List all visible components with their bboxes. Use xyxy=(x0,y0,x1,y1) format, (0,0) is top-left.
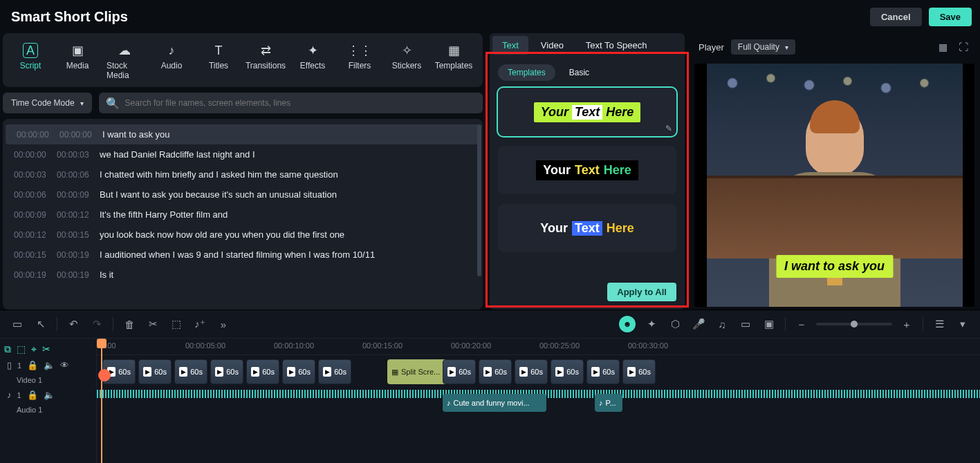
ai-badge-icon[interactable]: ☻ xyxy=(619,316,636,332)
video-clip[interactable]: ▶60s xyxy=(586,359,620,384)
device-icon[interactable]: ▭ xyxy=(738,316,753,332)
eye-icon[interactable]: 👁 xyxy=(60,360,69,370)
video-track-label: Video 1 xyxy=(4,373,92,387)
video-clip[interactable]: ▶60s xyxy=(246,359,279,384)
video-clip[interactable]: ▶60s xyxy=(282,359,315,384)
video-clip[interactable]: ▶60s xyxy=(138,359,172,384)
tpl-word: Here xyxy=(607,221,634,236)
media-tab-effects[interactable]: ✦Effects xyxy=(289,40,336,83)
clip-label: 60s xyxy=(190,368,203,376)
cut-icon[interactable]: ✂ xyxy=(145,316,160,332)
quality-select[interactable]: Full Quality ▾ xyxy=(731,39,795,55)
media-tab-transitions[interactable]: ⇄Transitions xyxy=(242,40,289,83)
text-template-3[interactable]: Your Text Here xyxy=(498,204,676,252)
tpl-word: Text xyxy=(572,105,602,120)
media-tab-media[interactable]: ▣Media xyxy=(54,40,101,83)
zoom-in-icon[interactable]: + xyxy=(899,316,914,332)
select-tool-icon[interactable]: ▭ xyxy=(10,316,25,332)
panel-tab-tts[interactable]: Text To Speech xyxy=(576,36,657,55)
timecode-end: 00:00:19 xyxy=(57,270,93,280)
chevron-down-icon[interactable]: ▾ xyxy=(955,316,970,332)
script-row[interactable]: 00:00:0000:00:00I want to ask you xyxy=(6,124,480,144)
video-clip[interactable]: ▶60s xyxy=(210,359,243,384)
more-icon[interactable]: » xyxy=(216,316,231,332)
audio-track-header[interactable]: ♪ 1 🔒 🔈 xyxy=(4,387,92,403)
titles-icon: T xyxy=(211,43,226,58)
script-row[interactable]: 00:00:1200:00:15you look back now how ol… xyxy=(3,225,483,245)
apply-to-all-button[interactable]: Apply to All xyxy=(607,283,676,301)
panel-tab-text[interactable]: Text xyxy=(492,36,528,55)
script-row[interactable]: 00:00:1900:00:19Is it xyxy=(3,265,483,285)
grid-icon[interactable]: ▦ xyxy=(936,40,950,54)
tpl-word: Your xyxy=(543,163,571,178)
chain-icon[interactable]: ⬚ xyxy=(17,343,26,355)
redo-icon[interactable]: ↷ xyxy=(89,316,104,332)
script-row[interactable]: 00:00:0000:00:03we had Daniel Radcliffe … xyxy=(3,144,483,164)
edit-icon[interactable]: ✎ xyxy=(665,124,672,133)
cancel-button[interactable]: Cancel xyxy=(870,8,922,26)
script-line-text: you look back now how old are you when y… xyxy=(100,229,344,240)
search-input[interactable] xyxy=(125,93,476,113)
video-clip[interactable]: ▶60s xyxy=(174,359,207,384)
media-tab-label: Stock Media xyxy=(107,61,142,80)
video-clip[interactable]: ▶60s xyxy=(515,359,548,384)
link-icon[interactable]: ⧉ xyxy=(4,343,11,355)
video-clip[interactable]: ▶60s xyxy=(318,359,351,384)
sparkle-icon[interactable]: ✦ xyxy=(644,316,659,332)
list-icon[interactable]: ☰ xyxy=(932,316,947,332)
magnet-icon[interactable]: ⌖ xyxy=(31,343,37,355)
audio-clip[interactable]: ♪Cute and funny movi... xyxy=(443,394,546,412)
zoom-slider[interactable] xyxy=(816,323,892,325)
media-tab-stickers[interactable]: ✧Stickers xyxy=(383,40,430,83)
panel-tab-video[interactable]: Video xyxy=(531,36,573,55)
media-tab-templates[interactable]: ▦Templates xyxy=(430,40,477,83)
video-clip[interactable]: ▶60s xyxy=(443,359,476,384)
expand-icon[interactable]: ⛶ xyxy=(956,40,970,54)
video-clip[interactable]: ▶60s xyxy=(551,359,584,384)
sub-tab-templates[interactable]: Templates xyxy=(498,64,555,81)
frame-icon[interactable]: ▣ xyxy=(761,316,777,332)
mute-icon[interactable]: 🔈 xyxy=(44,360,55,370)
video-clip[interactable]: ▶60s xyxy=(622,359,656,384)
clip-label: 60s xyxy=(602,368,615,376)
text-template-1[interactable]: Your Text Here ✎ xyxy=(498,88,676,136)
playhead[interactable] xyxy=(101,339,102,463)
marker-icon[interactable]: ⬡ xyxy=(667,316,683,332)
playhead-handle[interactable] xyxy=(98,369,111,381)
delete-icon[interactable]: 🗑 xyxy=(122,316,137,332)
zoom-out-icon[interactable]: − xyxy=(794,316,809,332)
timecode-start: 00:00:12 xyxy=(14,230,50,240)
audio-tool-icon[interactable]: ♪⁺ xyxy=(192,316,207,332)
script-row[interactable]: 00:00:0600:00:09But I want to ask you be… xyxy=(3,185,483,205)
mute-icon[interactable]: 🔈 xyxy=(44,390,55,400)
mic-icon[interactable]: 🎤 xyxy=(691,316,706,332)
media-tab-titles[interactable]: TTitles xyxy=(195,40,242,83)
media-tab-audio[interactable]: ♪Audio xyxy=(148,40,195,83)
razor-icon[interactable]: ✂ xyxy=(42,343,50,355)
lock-icon[interactable]: 🔒 xyxy=(27,390,38,400)
script-row[interactable]: 00:00:0900:00:12It's the fifth Harry Pot… xyxy=(3,205,483,225)
media-tab-script[interactable]: AScript xyxy=(7,40,54,83)
pointer-tool-icon[interactable]: ↖ xyxy=(33,316,48,332)
video-track-header[interactable]: ▯ 1 🔒 🔈 👁 xyxy=(4,357,92,373)
text-template-2[interactable]: Your Text Here xyxy=(498,146,676,194)
media-tab-label: Templates xyxy=(435,61,473,70)
music-icon: ♪ xyxy=(599,399,603,407)
music-icon[interactable]: ♫ xyxy=(714,316,730,332)
undo-icon[interactable]: ↶ xyxy=(66,316,81,332)
video-clip[interactable]: ▶60s xyxy=(479,359,512,384)
script-row[interactable]: 00:00:0300:00:06I chatted with him brief… xyxy=(3,164,483,185)
sub-tab-basic[interactable]: Basic xyxy=(560,64,599,81)
mode-select[interactable]: Time Code Mode ▾ xyxy=(3,93,92,113)
scrollbar[interactable] xyxy=(477,124,481,276)
audio-track-icon: ♪ xyxy=(7,390,12,400)
play-icon: ▶ xyxy=(555,367,564,377)
save-button[interactable]: Save xyxy=(929,8,972,26)
crop-icon[interactable]: ⬚ xyxy=(169,316,184,332)
audio-clip[interactable]: ♪P... xyxy=(595,394,622,412)
media-tab-stock[interactable]: ☁Stock Media xyxy=(101,40,148,83)
lock-icon[interactable]: 🔒 xyxy=(27,360,38,370)
script-row[interactable]: 00:00:1500:00:19I auditioned when I was … xyxy=(3,245,483,265)
video-preview[interactable]: I want to ask you xyxy=(694,64,974,307)
media-tab-filters[interactable]: ⋮⋮Filters xyxy=(336,40,383,83)
